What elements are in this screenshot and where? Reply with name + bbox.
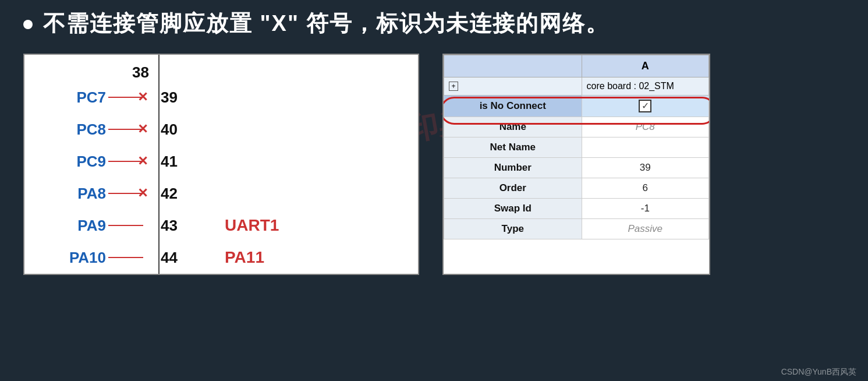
props-row-name: Name PC8: [444, 117, 709, 137]
props-label-net-name: Net Name: [444, 137, 582, 157]
pin-net-pa11: PA11: [225, 248, 264, 267]
pin-line-pc9: ✕: [108, 161, 143, 162]
bullet-dot: [23, 20, 33, 29]
props-value-swap-id: -1: [582, 198, 708, 218]
pin-row-pc8: PC8 ✕ 40: [54, 114, 418, 146]
props-row-number: Number 39: [444, 157, 709, 178]
props-row-order: Order 6: [444, 178, 709, 198]
pin-name-pc8: PC8: [54, 121, 106, 139]
pin-number-40: 40: [161, 121, 190, 139]
props-label-name: Name: [444, 117, 582, 137]
top-pin-number: 38: [132, 61, 418, 82]
pin-name-pa9: PA9: [54, 217, 106, 235]
props-core-empty: +: [444, 77, 582, 95]
checkbox-cell: ✓: [587, 100, 704, 112]
pin-number-39: 39: [161, 89, 190, 107]
content-area: 38 PC7 ✕ 39 PC8 ✕ 40: [0, 48, 868, 281]
pin-line-pa10: [108, 257, 143, 258]
pin-line-pc8: ✕: [108, 129, 143, 130]
props-header-row: A: [444, 55, 709, 77]
pin-name-pc7: PC7: [54, 89, 106, 107]
props-label-number: Number: [444, 157, 582, 178]
props-row-type: Type Passive: [444, 218, 709, 239]
props-row-net-name: Net Name: [444, 137, 709, 157]
pin-row-pc7: PC7 ✕ 39: [54, 82, 418, 114]
props-core-row: + core board : 02_STM: [444, 77, 709, 95]
pin-net-uart1-tx: UART1: [225, 216, 279, 235]
props-core-value: core board : 02_STM: [582, 77, 708, 95]
props-value-name: PC8: [582, 117, 708, 137]
props-label-type: Type: [444, 218, 582, 239]
pin-number-41: 41: [161, 153, 190, 171]
bottom-credit: CSDN@YunB西风英: [781, 367, 856, 378]
schematic-inner: 38 PC7 ✕ 39 PC8 ✕ 40: [24, 55, 418, 274]
pin-row-pa8: PA8 ✕ 42: [54, 178, 418, 210]
checkbox-check: ✓: [642, 101, 649, 111]
props-header-empty: [444, 55, 582, 77]
props-label-order: Order: [444, 178, 582, 198]
checkbox-icon[interactable]: ✓: [639, 100, 651, 112]
pin-row-pc9: PC9 ✕ 41: [54, 146, 418, 178]
props-value-number: 39: [582, 157, 708, 178]
pin-number-43: 43: [161, 217, 190, 235]
props-panel: A + core board : 02_STM is No Connect: [442, 54, 710, 275]
pin-name-pa10: PA10: [54, 249, 106, 267]
props-row-no-connect: is No Connect ✓: [444, 95, 709, 117]
props-label-swap-id: Swap Id: [444, 198, 582, 218]
pin-number-44: 44: [161, 249, 190, 267]
props-value-order: 6: [582, 178, 708, 198]
header-text: 不需连接管脚应放置 "X" 符号，标识为未连接的网络。: [43, 10, 610, 37]
x-mark-pc7: ✕: [137, 91, 151, 105]
props-value-net-name: [582, 137, 708, 157]
pin-line-pc7: ✕: [108, 97, 143, 98]
props-value-type: Passive: [582, 218, 708, 239]
pin-table: PC7 ✕ 39 PC8 ✕ 40 PC9: [24, 82, 418, 274]
schematic-panel: 38 PC7 ✕ 39 PC8 ✕ 40: [23, 54, 419, 275]
props-row-swap-id: Swap Id -1: [444, 198, 709, 218]
pin-name-pc9: PC9: [54, 153, 106, 171]
props-header-a: A: [582, 55, 708, 77]
pin-line-pa8: ✕: [108, 193, 143, 194]
pin-line-pa9: [108, 225, 143, 226]
plus-icon[interactable]: +: [449, 82, 458, 91]
x-mark-pc8: ✕: [137, 123, 151, 137]
pin-row-pa9: PA9 43 UART1: [54, 210, 418, 242]
pin-row-pa10: PA10 44 PA11: [54, 242, 418, 274]
properties-table: A + core board : 02_STM is No Connect: [444, 55, 709, 239]
props-label-no-connect: is No Connect: [444, 95, 582, 117]
x-mark-pa8: ✕: [137, 187, 151, 201]
x-mark-pc9: ✕: [137, 155, 151, 169]
pin-name-pa8: PA8: [54, 185, 106, 203]
props-value-no-connect: ✓: [582, 95, 708, 117]
pin-number-42: 42: [161, 185, 190, 203]
header: 不需连接管脚应放置 "X" 符号，标识为未连接的网络。: [0, 0, 868, 48]
